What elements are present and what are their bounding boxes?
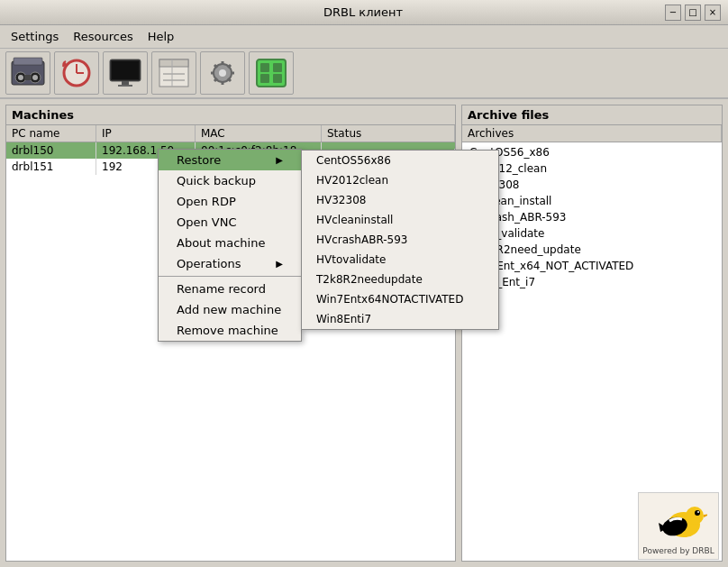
svg-rect-32 [273, 63, 282, 72]
svg-line-29 [214, 78, 217, 81]
context-menu-operations[interactable]: Operations ▶ [159, 253, 301, 274]
list-btn[interactable] [151, 51, 196, 95]
submenu-arrow-ops: ▶ [276, 259, 283, 269]
svg-point-38 [695, 510, 700, 516]
close-button[interactable]: × [705, 5, 721, 21]
context-menu-quick-backup[interactable]: Quick backup [159, 170, 301, 191]
restore-submenu: CentOS56x86 HV2012clean HV32308 HVcleani… [301, 150, 499, 330]
submenu-item[interactable]: HVtovalidate [302, 250, 498, 270]
svg-point-37 [686, 507, 704, 525]
list-item[interactable]: Win8_Ent_i7 [462, 274, 722, 290]
context-menu-about-machine[interactable]: About machine [159, 233, 301, 253]
context-menu-add-machine[interactable]: Add new machine [159, 299, 301, 320]
svg-point-21 [219, 69, 226, 77]
archive-header: Archive files [462, 105, 722, 125]
machines-header: Machines [6, 105, 455, 125]
svg-rect-34 [273, 74, 282, 83]
cell-pcname-1: drbl151 [6, 159, 96, 175]
restore-btn[interactable] [54, 51, 99, 95]
svg-rect-1 [14, 58, 42, 65]
tape-backup-btn[interactable] [5, 51, 50, 95]
menubar: Settings Resources Help [0, 25, 728, 49]
toolbar [0, 49, 728, 99]
svg-rect-12 [112, 61, 139, 79]
submenu-item[interactable]: HVcrashABR-593 [302, 230, 498, 250]
svg-point-4 [18, 75, 23, 80]
list-item[interactable]: HV32308 [462, 177, 722, 193]
minimize-button[interactable]: − [665, 5, 681, 21]
col-header-status: Status [322, 125, 455, 142]
context-menu-separator [159, 276, 301, 277]
svg-rect-31 [260, 63, 269, 72]
list-item[interactable]: CentOS56_x86 [462, 144, 722, 160]
menu-help[interactable]: Help [141, 27, 182, 46]
list-item[interactable]: HV2012_clean [462, 160, 722, 177]
window-controls[interactable]: − □ × [665, 5, 721, 21]
submenu-arrow: ▶ [276, 155, 283, 165]
context-menu-restore[interactable]: Restore ▶ [159, 150, 301, 170]
list-item[interactable]: HVcrash_ABR-593 [462, 209, 722, 225]
archive-col-header: Archives [462, 125, 722, 142]
archive-table-header: Archives [462, 125, 722, 142]
context-menu-open-rdp[interactable]: Open RDP [159, 191, 301, 212]
context-menu-open-vnc[interactable]: Open VNC [159, 212, 301, 233]
col-header-mac: MAC [196, 125, 322, 142]
submenu-item[interactable]: CentOS56x86 [302, 151, 498, 170]
grid-btn[interactable] [249, 51, 294, 95]
svg-rect-33 [260, 74, 269, 83]
drbl-bird-icon [650, 499, 707, 546]
svg-line-26 [214, 65, 217, 68]
svg-rect-13 [122, 81, 129, 85]
settings-btn[interactable] [200, 51, 245, 95]
submenu-item[interactable]: HVcleaninstall [302, 210, 498, 230]
menu-resources[interactable]: Resources [66, 27, 140, 46]
menu-settings[interactable]: Settings [4, 27, 66, 46]
maximize-button[interactable]: □ [685, 5, 701, 21]
submenu-item[interactable]: Win7Entx64NOTACTIVATED [302, 289, 498, 309]
svg-rect-6 [24, 75, 32, 80]
svg-line-28 [228, 65, 231, 68]
drbl-logo: Powered by DRBL [638, 492, 719, 560]
titlebar: DRBL клиент − □ × [0, 0, 728, 25]
submenu-item[interactable]: HV2012clean [302, 170, 498, 190]
submenu-item[interactable]: HV32308 [302, 190, 498, 210]
context-menu-rename[interactable]: Rename record [159, 279, 301, 299]
list-item[interactable]: T2k8R2need_update [462, 242, 722, 258]
drbl-logo-text: Powered by DRBL [642, 546, 714, 555]
svg-rect-16 [159, 59, 188, 67]
svg-marker-40 [704, 514, 707, 517]
monitor-btn[interactable] [103, 51, 148, 95]
list-item[interactable]: HVclean_install [462, 193, 722, 209]
context-menu: Restore ▶ Quick backup Open RDP Open VNC… [158, 149, 302, 342]
cell-pcname-0: drbl150 [6, 142, 96, 159]
svg-point-5 [32, 75, 38, 80]
machines-table-header: PC name IP MAC Status [6, 125, 455, 142]
svg-rect-14 [118, 85, 132, 87]
context-menu-remove-machine[interactable]: Remove machine [159, 320, 301, 341]
submenu-item[interactable]: Win8Enti7 [302, 309, 498, 329]
svg-point-39 [697, 511, 699, 513]
window-title: DRBL клиент [61, 5, 665, 19]
list-item[interactable]: Win7Ent_x64_NOT_ACTIVATED [462, 258, 722, 274]
submenu-item[interactable]: T2k8R2needupdate [302, 270, 498, 289]
svg-line-27 [228, 78, 231, 81]
list-item[interactable]: HVto_validate [462, 225, 722, 242]
col-header-ip: IP [96, 125, 196, 142]
col-header-pcname: PC name [6, 125, 96, 142]
